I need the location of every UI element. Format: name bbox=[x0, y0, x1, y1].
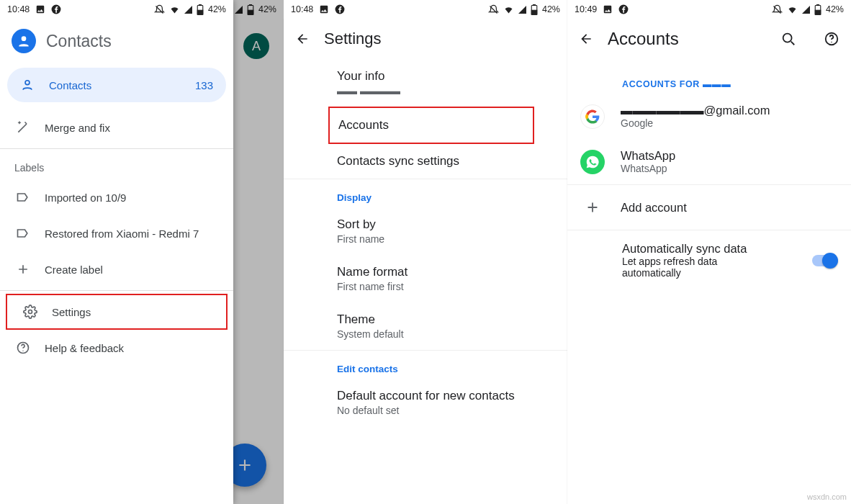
navigation-drawer: 10:48 42% Contacts Contacts 133 bbox=[0, 0, 233, 504]
divider bbox=[0, 290, 233, 291]
setting-label: Sort by bbox=[337, 217, 567, 232]
drawer-item-label: Imported on 10/9 bbox=[45, 192, 126, 204]
contacts-count: 133 bbox=[195, 79, 213, 91]
drawer-item-contacts[interactable]: Contacts 133 bbox=[7, 68, 226, 102]
screen-accounts: 10:49 42% Accounts ACCOUNTS FOR ▬▬▬ ▬▬▬▬… bbox=[567, 0, 851, 504]
gear-icon bbox=[23, 305, 37, 319]
contacts-app-icon bbox=[12, 29, 36, 53]
plus-icon bbox=[16, 262, 30, 276]
setting-value: System default bbox=[337, 328, 567, 340]
svg-point-8 bbox=[22, 36, 27, 41]
sync-subtitle: Let apps refresh data automatically bbox=[622, 256, 766, 279]
screen-contacts-drawer: 10:48 42% A 10:48 bbox=[0, 0, 284, 504]
setting-sort-by[interactable]: Sort by First name bbox=[284, 207, 567, 255]
labels-header: Labels bbox=[0, 152, 233, 179]
setting-value: ▬▬ ▬▬▬▬ bbox=[337, 85, 567, 96]
drawer-item-label: Restored from Xiaomi - Redmi 7 bbox=[45, 228, 199, 240]
svg-point-23 bbox=[831, 42, 832, 42]
signal-icon bbox=[518, 6, 526, 14]
clock: 10:48 bbox=[7, 4, 30, 14]
account-row-google[interactable]: ▬▬▬▬▬▬▬@gmail.com Google bbox=[567, 94, 851, 139]
google-icon bbox=[580, 104, 605, 129]
page-title: Settings bbox=[324, 30, 382, 48]
svg-rect-6 bbox=[199, 4, 201, 6]
battery-percent: 42% bbox=[208, 4, 226, 14]
setting-value: No default set bbox=[337, 405, 567, 416]
setting-accounts[interactable]: Accounts bbox=[328, 107, 534, 144]
signal-icon bbox=[184, 6, 192, 14]
magic-wand-icon bbox=[16, 120, 30, 135]
drawer-item-settings[interactable]: Settings bbox=[6, 294, 228, 330]
add-account-label: Add account bbox=[621, 201, 687, 215]
setting-label: Default account for new contacts bbox=[337, 389, 567, 403]
person-icon bbox=[20, 78, 35, 92]
clock: 10:49 bbox=[575, 4, 597, 14]
svg-point-12 bbox=[22, 351, 23, 351]
drawer-item-label: Contacts bbox=[49, 79, 91, 91]
svg-rect-16 bbox=[531, 10, 537, 14]
search-icon[interactable] bbox=[780, 31, 796, 47]
status-bar: 10:49 42% bbox=[567, 0, 851, 19]
image-icon bbox=[603, 4, 613, 14]
drawer-label-item[interactable]: Restored from Xiaomi - Redmi 7 bbox=[0, 215, 233, 251]
drawer-item-help[interactable]: Help & feedback bbox=[0, 330, 233, 366]
screen-settings: 10:48 42% Settings Your info ▬▬ ▬▬▬▬ Acc… bbox=[284, 0, 567, 504]
setting-theme[interactable]: Theme System default bbox=[284, 302, 567, 350]
account-email: ▬▬▬▬▬▬▬@gmail.com bbox=[621, 104, 770, 117]
drawer-item-label: Create label bbox=[45, 264, 103, 276]
help-icon[interactable] bbox=[824, 31, 839, 47]
dnd-icon bbox=[772, 4, 783, 15]
add-account-row[interactable]: Add account bbox=[567, 185, 851, 230]
svg-rect-15 bbox=[533, 4, 535, 6]
setting-sync[interactable]: Contacts sync settings bbox=[284, 144, 567, 179]
svg-point-9 bbox=[25, 81, 30, 85]
sync-title: Automatically sync data bbox=[622, 242, 812, 256]
divider bbox=[0, 148, 233, 149]
facebook-icon bbox=[335, 4, 345, 14]
svg-point-21 bbox=[783, 34, 792, 42]
battery-percent: 42% bbox=[826, 4, 844, 14]
status-bar: 10:48 42% bbox=[284, 0, 567, 19]
sync-toggle[interactable] bbox=[812, 255, 837, 266]
section-edit-contacts: Edit contacts bbox=[284, 351, 567, 379]
page-title: Accounts bbox=[608, 29, 679, 49]
setting-label: Accounts bbox=[338, 118, 533, 132]
section-display: Display bbox=[284, 179, 567, 207]
app-brand: Contacts bbox=[0, 19, 233, 68]
battery-icon bbox=[814, 4, 821, 15]
setting-value: First name first bbox=[337, 281, 567, 292]
battery-icon bbox=[531, 4, 538, 15]
drawer-item-label: Settings bbox=[52, 306, 91, 318]
drawer-create-label[interactable]: Create label bbox=[0, 251, 233, 287]
facebook-icon bbox=[51, 4, 61, 14]
back-icon[interactable] bbox=[579, 32, 593, 46]
dnd-icon bbox=[488, 4, 499, 15]
setting-label: Contacts sync settings bbox=[337, 154, 567, 168]
dnd-icon bbox=[154, 4, 165, 15]
setting-default-account[interactable]: Default account for new contacts No defa… bbox=[284, 379, 567, 426]
back-icon[interactable] bbox=[295, 32, 310, 46]
setting-label: Theme bbox=[337, 312, 567, 327]
setting-value: First name bbox=[337, 233, 567, 245]
battery-icon bbox=[197, 4, 204, 15]
app-bar: Settings bbox=[284, 19, 567, 59]
drawer-item-merge-fix[interactable]: Merge and fix bbox=[0, 109, 233, 145]
whatsapp-icon bbox=[580, 150, 605, 174]
facebook-icon bbox=[618, 4, 629, 14]
setting-label: Your info bbox=[337, 69, 567, 84]
wifi-icon bbox=[169, 4, 180, 15]
drawer-label-item[interactable]: Imported on 10/9 bbox=[0, 179, 233, 215]
clock: 10:48 bbox=[291, 4, 313, 14]
accounts-for-header: ACCOUNTS FOR ▬▬▬ bbox=[567, 59, 851, 94]
drawer-item-label: Merge and fix bbox=[45, 122, 110, 134]
auto-sync-row[interactable]: Automatically sync data Let apps refresh… bbox=[567, 230, 851, 290]
battery-percent: 42% bbox=[542, 4, 560, 14]
account-provider: WhatsApp bbox=[621, 163, 675, 174]
label-icon bbox=[16, 226, 30, 240]
setting-your-info[interactable]: Your info ▬▬ ▬▬▬▬ bbox=[284, 59, 567, 107]
svg-rect-20 bbox=[815, 10, 821, 14]
account-name: WhatsApp bbox=[621, 149, 675, 163]
status-bar: 10:48 42% bbox=[0, 0, 233, 19]
account-row-whatsapp[interactable]: WhatsApp WhatsApp bbox=[567, 139, 851, 184]
setting-name-format[interactable]: Name format First name first bbox=[284, 255, 567, 302]
